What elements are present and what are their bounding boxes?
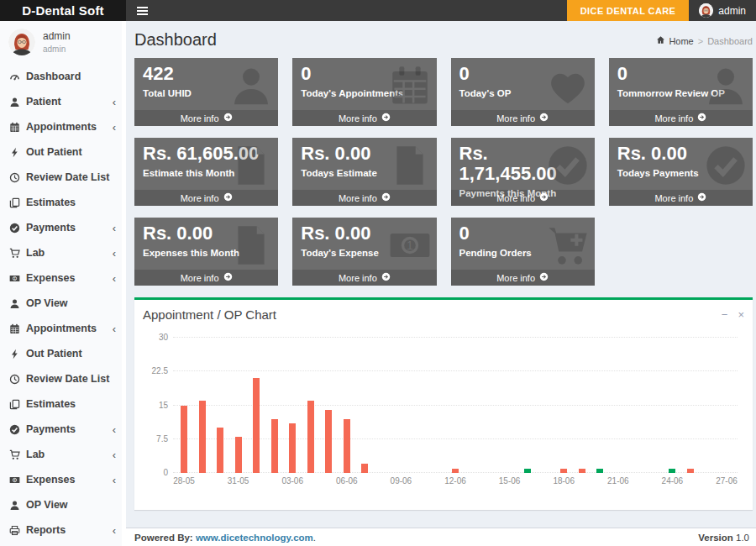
sidebar-item-estimates[interactable]: Estimates xyxy=(0,391,126,417)
close-icon[interactable]: × xyxy=(738,309,744,320)
more-info-link[interactable]: More info xyxy=(292,110,436,126)
chart-bar-appointments-29-05[interactable] xyxy=(199,401,206,473)
calendar-icon xyxy=(388,64,432,108)
copy-icon xyxy=(9,197,26,208)
sidebar-item-expenses[interactable]: 1Expenses‹ xyxy=(0,467,126,492)
gridline xyxy=(173,337,738,338)
x-axis-tick: 09-06 xyxy=(391,476,412,486)
info-box-tommorrow-review-op: 0Tommorrow Review OPMore info xyxy=(609,58,753,126)
svg-text:1: 1 xyxy=(407,239,413,252)
chart-bar-appointments-19-06[interactable] xyxy=(579,469,585,473)
sidebar-item-lab[interactable]: Lab‹ xyxy=(0,442,126,467)
gauge-icon xyxy=(9,71,26,82)
bolt-icon xyxy=(9,349,26,360)
info-box-todays-estimate: Rs. 0.00Todays EstimateMore info xyxy=(292,138,436,206)
y-axis-tick: 7.5 xyxy=(143,434,168,444)
breadcrumb-current: Dashboard xyxy=(707,36,753,46)
clock-icon xyxy=(9,172,26,183)
y-axis-tick: 15 xyxy=(143,401,168,410)
collapse-icon[interactable]: − xyxy=(722,309,728,320)
sidebar-item-review-date-list[interactable]: Review Date List xyxy=(0,366,126,391)
hamburger-icon[interactable] xyxy=(126,0,158,21)
user-avatar xyxy=(699,3,713,18)
sidebar-item-appointments[interactable]: Appointments‹ xyxy=(0,316,126,341)
check-circle-icon xyxy=(546,144,590,187)
info-box-today-s-appointments: 0Today's AppointmentsMore info xyxy=(292,58,436,126)
svg-text:1: 1 xyxy=(14,478,16,481)
chart-bar-appointments-01-06[interactable] xyxy=(253,378,260,473)
chart-bar-appointments-07-06[interactable] xyxy=(361,464,368,473)
more-info-link[interactable]: More info xyxy=(451,270,595,286)
sidebar-item-expenses[interactable]: 1Expenses‹ xyxy=(0,265,126,291)
sidebar-item-out-patient[interactable]: Out Patient xyxy=(0,139,126,165)
user-icon xyxy=(9,298,26,309)
chart-bar-appointments-02-06[interactable] xyxy=(271,419,278,473)
sidebar-item-masters[interactable]: Masters‹ xyxy=(0,543,126,546)
printer-icon xyxy=(9,525,26,536)
version-info: Version 1.0 xyxy=(698,533,749,543)
clock-icon xyxy=(9,374,26,385)
more-info-link[interactable]: More info xyxy=(451,190,595,206)
sidebar-item-payments[interactable]: Payments‹ xyxy=(0,417,126,442)
more-info-link[interactable]: More info xyxy=(451,110,595,126)
chart-panel-title: Appointment / OP Chart xyxy=(143,307,722,322)
chart-bar-appointments-30-05[interactable] xyxy=(217,428,223,473)
chart-bar-appointments-28-05[interactable] xyxy=(181,406,187,474)
chart-bar-op-24-06[interactable] xyxy=(669,469,675,473)
x-axis-tick: 31-05 xyxy=(228,476,249,486)
breadcrumb-home-link[interactable]: Home xyxy=(656,35,693,46)
arrow-circle-right-icon xyxy=(223,113,233,123)
brand-logo[interactable]: D-Dental Soft xyxy=(0,0,126,21)
chart-bar-appointments-04-06[interactable] xyxy=(307,401,314,473)
sidebar-item-out-patient[interactable]: Out Patient xyxy=(0,341,126,366)
arrow-circle-right-icon xyxy=(381,113,391,123)
more-info-link[interactable]: More info xyxy=(134,190,278,206)
sidebar-user-panel: admin admin xyxy=(0,21,126,64)
chart-bar-op-20-06[interactable] xyxy=(596,469,603,473)
sidebar-item-op-view[interactable]: OP View xyxy=(0,291,126,316)
y-axis-tick: 22.5 xyxy=(143,366,168,375)
more-info-link[interactable]: More info xyxy=(609,110,753,126)
chart-bar-appointments-18-06[interactable] xyxy=(560,469,567,473)
user-avatar xyxy=(8,29,35,55)
sidebar-item-dashboard[interactable]: Dashboard xyxy=(0,64,126,89)
chart-bar-appointments-05-06[interactable] xyxy=(325,410,332,473)
arrow-circle-right-icon xyxy=(697,192,706,203)
check-circle-icon xyxy=(704,144,748,187)
navbar: DICE DENTAL CARE admin xyxy=(126,0,756,21)
main-content: Dashboard Home > Dashboard 422Total UHID… xyxy=(126,21,756,528)
chart-bar-appointments-03-06[interactable] xyxy=(289,423,296,473)
more-info-link[interactable]: More info xyxy=(292,190,436,206)
info-box-pending-orders: 0Pending OrdersMore info xyxy=(451,218,595,286)
sidebar-item-review-date-list[interactable]: Review Date List xyxy=(0,165,126,190)
chart-bar-appointments-25-06[interactable] xyxy=(687,469,694,473)
more-info-link[interactable]: More info xyxy=(609,190,753,206)
chart-bar-op-16-06[interactable] xyxy=(524,469,531,473)
more-info-link[interactable]: More info xyxy=(292,270,436,286)
sidebar-item-estimates[interactable]: Estimates xyxy=(0,190,126,215)
check-circle-icon xyxy=(9,424,26,435)
sidebar-item-appointments[interactable]: Appointments‹ xyxy=(0,114,126,139)
clinic-name-button[interactable]: DICE DENTAL CARE xyxy=(567,0,690,21)
chart-bar-appointments-31-05[interactable] xyxy=(235,437,242,473)
sidebar-item-reports[interactable]: Reports‹ xyxy=(0,517,126,543)
arrow-circle-right-icon xyxy=(539,272,549,283)
sidebar-item-op-view[interactable]: OP View xyxy=(0,492,126,517)
dicetechnology-link[interactable]: www.dicetechnology.com xyxy=(196,533,313,543)
navbar-user-menu[interactable]: admin xyxy=(689,0,756,21)
chevron-left-icon: ‹ xyxy=(113,222,118,234)
chart-bar-appointments-06-06[interactable] xyxy=(344,419,350,473)
chart-panel-body: 07.51522.530 28-0531-0503-0606-0609-0612… xyxy=(134,328,753,510)
content-header: Dashboard Home > Dashboard xyxy=(126,21,756,55)
more-info-link[interactable]: More info xyxy=(134,110,278,126)
chart-bar-appointments-12-06[interactable] xyxy=(452,469,459,473)
x-axis-tick: 27-06 xyxy=(716,476,738,486)
sidebar: admin admin DashboardPatient‹Appointment… xyxy=(0,21,126,546)
sidebar-item-payments[interactable]: Payments‹ xyxy=(0,215,126,240)
more-info-link[interactable]: More info xyxy=(134,270,278,286)
arrow-circle-right-icon xyxy=(697,113,706,123)
bolt-icon xyxy=(9,147,26,158)
sidebar-item-lab[interactable]: Lab‹ xyxy=(0,240,126,265)
sidebar-item-patient[interactable]: Patient‹ xyxy=(0,89,126,114)
svg-text:1: 1 xyxy=(14,276,16,280)
